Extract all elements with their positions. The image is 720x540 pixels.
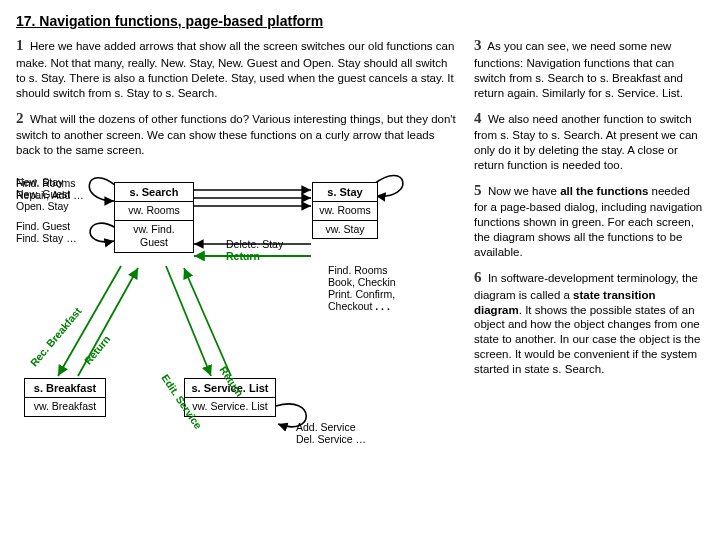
state-breakfast-title: s. Breakfast: [24, 378, 106, 398]
para-3: 3 As you can see, we need some new funct…: [474, 36, 704, 100]
edge-label-recbreakfast: Rec. Breakfast: [28, 305, 85, 370]
para-2-text: What will the dozens of other functions …: [16, 113, 456, 156]
state-stay-row-2: vw. Stay: [312, 221, 378, 240]
state-search-row-1: vw. Rooms: [114, 202, 194, 221]
search-loop-labels-2: Find. Guest Find. Stay …: [16, 220, 77, 244]
state-transition-diagram: s. Search vw. Rooms vw. Find. Guest s. S…: [16, 166, 456, 486]
state-stay-title: s. Stay: [312, 182, 378, 202]
para-1-text: Here we have added arrows that show all …: [16, 40, 454, 98]
para-3-text: As you can see, we need some new functio…: [474, 40, 683, 98]
stay-to-search-labels: Delete. Stay Return: [226, 238, 283, 262]
search-to-stay-labels: New. Stay New. Guest Open. Stay: [16, 176, 70, 212]
edge-label-return-1: Return: [82, 333, 114, 368]
para-2: 2 What will the dozens of other function…: [16, 109, 456, 158]
state-breakfast-row-1: vw. Breakfast: [24, 398, 106, 417]
para-3-num: 3: [474, 37, 482, 53]
para-5-text-a: Now we have: [488, 185, 560, 197]
right-column: 3 As you can see, we need some new funct…: [474, 36, 704, 486]
stay-loop-labels: Find. Rooms Book, Checkin Print. Confirm…: [328, 264, 396, 312]
state-search-title: s. Search: [114, 182, 194, 202]
para-5: 5 Now we have all the functions needed f…: [474, 181, 704, 260]
para-5-num: 5: [474, 182, 482, 198]
svg-line-8: [184, 268, 231, 376]
para-2-num: 2: [16, 110, 24, 126]
content-columns: 1 Here we have added arrows that show al…: [16, 36, 704, 486]
left-column: 1 Here we have added arrows that show al…: [16, 36, 456, 486]
state-search: s. Search vw. Rooms vw. Find. Guest: [114, 182, 194, 253]
page-title: 17. Navigation functions, page-based pla…: [16, 12, 704, 30]
para-1: 1 Here we have added arrows that show al…: [16, 36, 456, 100]
para-5-text-b: all the functions: [560, 185, 648, 197]
para-6: 6 In software-development terminology, t…: [474, 268, 704, 377]
state-stay-row-1: vw. Rooms: [312, 202, 378, 221]
svg-line-7: [166, 266, 211, 376]
para-4-num: 4: [474, 110, 482, 126]
para-1-num: 1: [16, 37, 24, 53]
state-breakfast: s. Breakfast vw. Breakfast: [24, 378, 106, 417]
para-4: 4 We also need another function to switc…: [474, 109, 704, 173]
service-loop-labels: Add. Service Del. Service …: [296, 421, 366, 445]
state-stay: s. Stay vw. Rooms vw. Stay: [312, 182, 378, 240]
diagram-arrows: [16, 166, 456, 486]
state-search-row-2: vw. Find. Guest: [114, 221, 194, 253]
para-6-num: 6: [474, 269, 482, 285]
para-4-text: We also need another function to switch …: [474, 113, 698, 171]
